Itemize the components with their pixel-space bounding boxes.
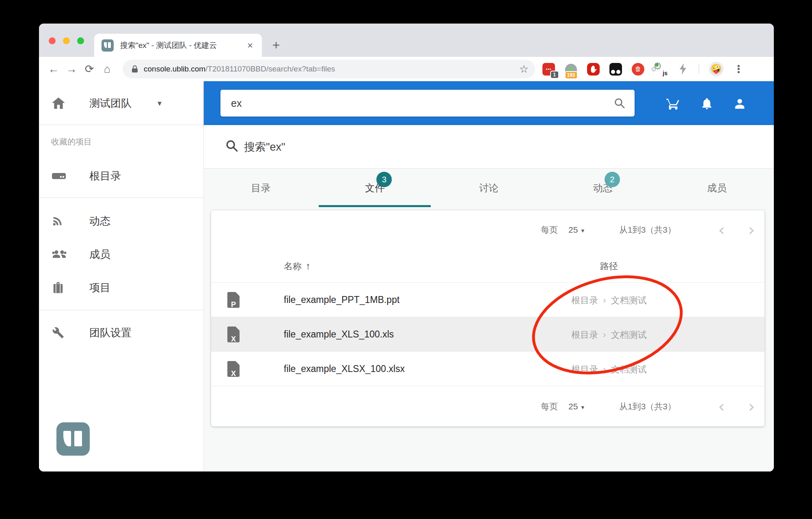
sidebar-item-label: 项目 — [89, 281, 110, 295]
next-page-icon[interactable]: › — [748, 222, 755, 238]
briefcase-icon — [52, 282, 66, 293]
table-row[interactable]: X file_example_XLS_100.xls 根目录›文档测试 — [211, 317, 764, 351]
tab-discussion[interactable]: 讨论 — [432, 169, 546, 207]
sidebar-item-team-settings[interactable]: 团队设置 — [39, 319, 203, 346]
prev-page-icon[interactable]: ‹ — [718, 398, 725, 415]
team-name: 测试团队 — [89, 96, 132, 110]
sidebar-item-activity[interactable]: 动态 — [39, 208, 203, 234]
wrench-icon — [52, 327, 66, 339]
per-page-value: 25 — [568, 225, 578, 234]
team-switcher[interactable]: 测试团队 ▾ — [39, 81, 203, 125]
column-name-label: 名称 — [284, 261, 302, 271]
session-lock-extension-icon[interactable]: 193 — [565, 63, 577, 76]
url-path: /T201811070BBD/search/ex?tab=files — [205, 65, 335, 73]
path-root[interactable]: 根目录 — [571, 330, 598, 340]
favorites-label: 收藏的项目 — [51, 136, 92, 147]
sort-asc-icon: ↑ — [306, 260, 311, 271]
macos-minimize-button[interactable] — [63, 37, 70, 44]
macos-close-button[interactable] — [49, 37, 56, 44]
app-header — [204, 81, 774, 125]
notifications-bell-icon[interactable] — [700, 96, 715, 111]
extensions-area: ••• 1 193 ✋ 🗑 ⚙ ⚙ js 🤪 ⋮ — [542, 62, 746, 76]
sidebar-item-label: 团队设置 — [89, 326, 132, 340]
file-path: 根目录›文档测试 — [512, 329, 706, 341]
javascript-toggle-extension-icon[interactable]: ⚙ ⚙ js — [654, 63, 667, 76]
account-person-icon[interactable] — [733, 96, 747, 111]
path-root[interactable]: 根目录 — [571, 295, 598, 305]
chevron-down-icon: ▾ — [158, 98, 162, 108]
forward-icon[interactable]: → — [63, 63, 80, 76]
tab-activity[interactable]: 动态 2 — [546, 169, 660, 207]
path-folder[interactable]: 文档测试 — [611, 364, 647, 374]
breadcrumb-separator: › — [603, 295, 606, 305]
lightning-extension-icon[interactable] — [676, 63, 689, 76]
sidebar: 测试团队 ▾ 收藏的项目 根目录 动态 — [39, 81, 204, 471]
caret-down-icon: ▾ — [581, 227, 584, 234]
sidebar-item-root[interactable]: 根目录 — [39, 162, 203, 189]
search-icon[interactable] — [613, 97, 626, 109]
password-manager-extension-icon[interactable]: ••• 1 — [542, 63, 555, 76]
results-card: 每页 25▾ 从1到3（共3） ‹ › 名称↑ 路径 P file_exampl… — [211, 210, 764, 426]
per-page-label: 每页 — [541, 224, 558, 236]
per-page-select[interactable]: 25▾ — [568, 225, 584, 235]
extension-badge: 1 — [551, 71, 558, 78]
path-root[interactable]: 根目录 — [571, 364, 598, 374]
table-header: 名称↑ 路径 — [211, 249, 764, 282]
home-icon[interactable]: ⌂ — [98, 63, 116, 76]
activity-count-badge: 2 — [605, 172, 620, 187]
group-icon — [52, 249, 66, 259]
page-range-label: 从1到3（共3） — [619, 401, 676, 412]
path-folder[interactable]: 文档测试 — [611, 330, 647, 340]
tab-files[interactable]: 文件 3 — [318, 169, 432, 207]
home-icon — [52, 97, 66, 109]
browser-tab[interactable]: 搜索"ex" - 测试团队 - 优建云 × — [94, 34, 262, 57]
chrome-menu-icon[interactable]: ⋮ — [733, 63, 744, 76]
rss-icon — [52, 215, 66, 227]
storage-icon — [52, 172, 66, 180]
file-path: 根目录›文档测试 — [512, 363, 706, 376]
avatar-emoji: 🤪 — [710, 64, 721, 74]
ppt-file-icon: P — [227, 292, 240, 308]
table-row[interactable]: P file_example_PPT_1MB.ppt 根目录›文档测试 — [211, 282, 764, 317]
tab-directory[interactable]: 目录 — [204, 169, 318, 207]
password-dots: ••• — [546, 67, 552, 71]
global-search-box — [220, 90, 635, 117]
main-area: 搜索"ex" 目录 文件 3 讨论 动态 2 成员 每页 — [204, 125, 774, 471]
next-page-icon[interactable]: › — [748, 398, 755, 415]
per-page-select[interactable]: 25▾ — [568, 402, 584, 411]
prev-page-icon[interactable]: ‹ — [718, 222, 725, 238]
app-logo — [56, 422, 90, 456]
file-name: file_example_XLS_100.xls — [284, 329, 394, 340]
breadcrumb-separator: › — [603, 364, 606, 374]
tab-close-icon[interactable]: × — [246, 40, 255, 51]
path-folder[interactable]: 文档测试 — [611, 295, 647, 305]
reload-icon[interactable]: ⟳ — [80, 63, 98, 76]
cleaner-extension-icon[interactable]: 🗑 — [632, 63, 644, 76]
file-path: 根目录›文档测试 — [512, 294, 706, 307]
search-result-title: 搜索"ex" — [244, 140, 285, 154]
lock-icon — [132, 65, 138, 73]
app-content: 测试团队 ▾ 收藏的项目 根目录 动态 — [39, 81, 774, 471]
column-name[interactable]: 名称↑ — [284, 260, 311, 272]
file-name: file_example_PPT_1MB.ppt — [284, 294, 400, 305]
cart-icon[interactable] — [666, 96, 680, 111]
new-tab-button[interactable]: + — [269, 38, 283, 53]
adblock-extension-icon[interactable]: ✋ — [587, 63, 600, 76]
profile-avatar[interactable]: 🤪 — [709, 62, 723, 76]
tab-label: 目录 — [251, 182, 270, 195]
table-row[interactable]: X file_example_XLSX_100.xlsx 根目录›文档测试 — [211, 351, 764, 386]
search-input[interactable] — [220, 97, 613, 109]
back-icon[interactable]: ← — [45, 63, 63, 76]
tab-strip: 搜索"ex" - 测试团队 - 优建云 × + — [39, 24, 774, 57]
macos-zoom-button[interactable] — [77, 37, 84, 44]
browser-window: 搜索"ex" - 测试团队 - 优建云 × + ← → ⟳ ⌂ console.… — [39, 24, 774, 471]
sidebar-item-projects[interactable]: 项目 — [39, 274, 203, 301]
bookmark-star-icon[interactable]: ☆ — [519, 63, 529, 76]
sidebar-item-members[interactable]: 成员 — [39, 241, 203, 268]
address-bar[interactable]: console.ublib.com/T201811070BBD/search/e… — [123, 60, 535, 78]
tab-members[interactable]: 成员 — [660, 169, 774, 207]
toolbar-separator — [699, 64, 699, 74]
column-path: 路径 — [512, 260, 706, 272]
sidebar-item-label: 动态 — [89, 214, 110, 228]
two-dots-extension-icon[interactable] — [609, 63, 622, 76]
